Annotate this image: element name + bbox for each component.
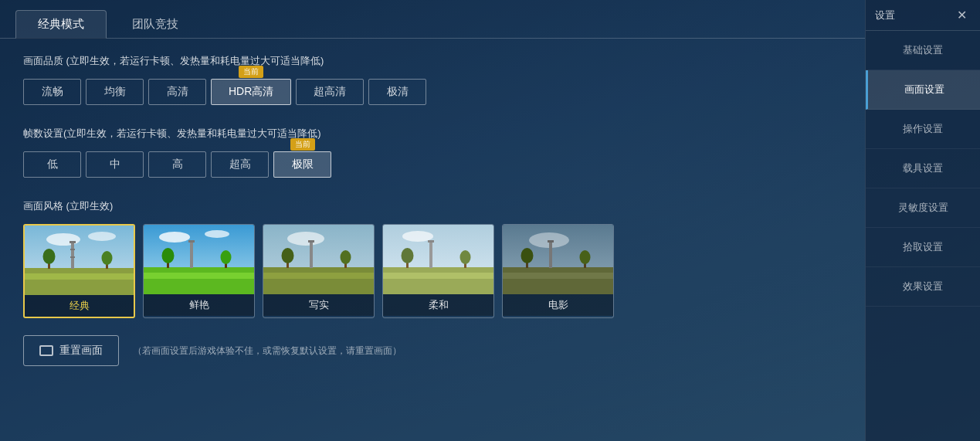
fps-btn-ultrahigh[interactable]: 超高 <box>211 151 269 178</box>
svg-point-51 <box>521 248 534 263</box>
svg-point-41 <box>402 248 414 263</box>
svg-rect-48 <box>549 240 552 268</box>
style-label-soft: 柔和 <box>383 294 493 316</box>
svg-rect-25 <box>263 267 375 294</box>
svg-point-16 <box>159 232 190 243</box>
svg-rect-18 <box>190 240 193 268</box>
fps-section-label: 帧数设置(立即生效，若运行卡顿、发热量和耗电量过大可适当降低) <box>23 127 842 141</box>
fps-btn-row: 低 中 高 超高 当前 极限 <box>23 151 842 178</box>
svg-rect-45 <box>503 267 614 294</box>
svg-point-53 <box>580 250 591 264</box>
svg-point-37 <box>402 231 433 242</box>
svg-point-21 <box>162 248 175 263</box>
style-section-label: 画面风格 (立即生效) <box>23 199 842 213</box>
sidebar-item-controls[interactable]: 操作设置 <box>866 110 980 149</box>
style-card-soft[interactable]: 柔和 <box>382 224 494 318</box>
style-card-vivid[interactable]: 鲜艳 <box>143 224 255 318</box>
quality-btn-extreme[interactable]: 极清 <box>368 79 426 105</box>
style-img-classic <box>25 226 135 295</box>
quality-current-badge: 当前 <box>239 66 263 78</box>
quality-section-label: 画面品质 (立即生效，若运行卡顿、发热量和耗电量过大可适当降低) <box>23 54 842 68</box>
reset-icon <box>39 345 53 356</box>
quality-btn-row: 流畅 均衡 高清 当前 HDR高清 超高清 极清 <box>23 79 842 105</box>
style-label-cinema: 电影 <box>503 294 613 316</box>
quality-btn-hdr[interactable]: 当前 HDR高清 <box>211 79 291 105</box>
sidebar-item-sensitivity[interactable]: 灵敏度设置 <box>866 188 980 228</box>
svg-point-33 <box>341 250 351 264</box>
fps-btn-high[interactable]: 高 <box>148 151 206 178</box>
svg-rect-8 <box>70 256 75 258</box>
reset-note: （若画面设置后游戏体验不佳，或需恢复默认设置，请重置画面） <box>133 344 402 358</box>
style-card-classic[interactable]: 当前 <box>23 224 135 318</box>
style-label-vivid: 鲜艳 <box>144 294 254 316</box>
svg-point-31 <box>282 248 294 263</box>
svg-rect-7 <box>70 249 75 250</box>
style-img-cinema <box>503 225 614 294</box>
sidebar-item-basic[interactable]: 基础设置 <box>866 31 980 70</box>
quality-btn-hd[interactable]: 高清 <box>148 79 206 105</box>
svg-point-27 <box>287 232 324 246</box>
fps-current-badge: 当前 <box>290 138 315 151</box>
svg-rect-26 <box>263 273 375 279</box>
style-label-classic: 经典 <box>25 295 134 317</box>
quality-btn-balanced[interactable]: 均衡 <box>86 79 144 105</box>
style-label-realistic: 写实 <box>263 294 374 316</box>
svg-point-12 <box>102 251 113 265</box>
svg-point-43 <box>460 250 471 264</box>
svg-rect-49 <box>548 240 554 243</box>
tab-classic[interactable]: 经典模式 <box>15 10 107 39</box>
tab-bar: 经典模式 团队竞技 <box>0 0 865 39</box>
style-img-vivid <box>144 225 255 294</box>
tab-team[interactable]: 团队竞技 <box>110 10 201 38</box>
quality-btn-ultra[interactable]: 超高清 <box>296 79 364 105</box>
svg-rect-19 <box>188 240 195 243</box>
sidebar-item-vehicle[interactable]: 载具设置 <box>866 149 980 188</box>
sidebar-item-effects[interactable]: 效果设置 <box>866 267 980 307</box>
svg-rect-39 <box>428 240 434 243</box>
sidebar: 设置 ✕ 基础设置 画面设置 操作设置 载具设置 灵敏度设置 拾取设置 效果设置 <box>865 0 980 441</box>
svg-point-23 <box>221 250 232 264</box>
svg-rect-14 <box>144 267 255 294</box>
close-button[interactable]: ✕ <box>953 6 971 24</box>
svg-rect-15 <box>144 273 255 279</box>
style-img-soft <box>383 225 494 294</box>
svg-rect-35 <box>383 267 494 294</box>
style-card-realistic[interactable]: 写实 <box>263 224 375 318</box>
svg-rect-29 <box>308 240 314 243</box>
svg-point-4 <box>88 232 116 241</box>
svg-rect-5 <box>71 241 74 269</box>
main-panel: 经典模式 团队竞技 画面品质 (立即生效，若运行卡顿、发热量和耗电量过大可适当降… <box>0 0 865 441</box>
fps-btn-mid[interactable]: 中 <box>86 151 144 178</box>
svg-rect-2 <box>25 273 135 280</box>
sidebar-item-display[interactable]: 画面设置 <box>866 70 980 110</box>
svg-rect-38 <box>429 240 432 268</box>
svg-rect-46 <box>503 273 614 279</box>
svg-point-10 <box>43 249 56 264</box>
style-img-realistic <box>263 225 375 294</box>
svg-rect-6 <box>70 241 76 243</box>
quality-btn-smooth[interactable]: 流畅 <box>23 79 81 105</box>
style-card-cinema[interactable]: 电影 <box>502 224 614 318</box>
fps-btn-extreme[interactable]: 当前 极限 <box>273 151 331 178</box>
fps-btn-low[interactable]: 低 <box>23 151 81 178</box>
settings-area: 画面品质 (立即生效，若运行卡顿、发热量和耗电量过大可适当降低) 流畅 均衡 高… <box>0 39 865 441</box>
svg-rect-36 <box>383 273 494 279</box>
sidebar-header: 设置 ✕ <box>866 0 980 31</box>
svg-rect-28 <box>310 240 313 268</box>
svg-point-3 <box>46 233 80 246</box>
reset-button[interactable]: 重置画面 <box>23 335 119 366</box>
sidebar-title: 设置 <box>875 8 895 22</box>
reset-section: 重置画面 （若画面设置后游戏体验不佳，或需恢复默认设置，请重置画面） <box>23 335 842 366</box>
style-card-row: 当前 <box>23 224 842 318</box>
svg-rect-1 <box>25 268 135 295</box>
sidebar-item-pickup[interactable]: 拾取设置 <box>866 228 980 267</box>
svg-point-17 <box>205 230 229 238</box>
